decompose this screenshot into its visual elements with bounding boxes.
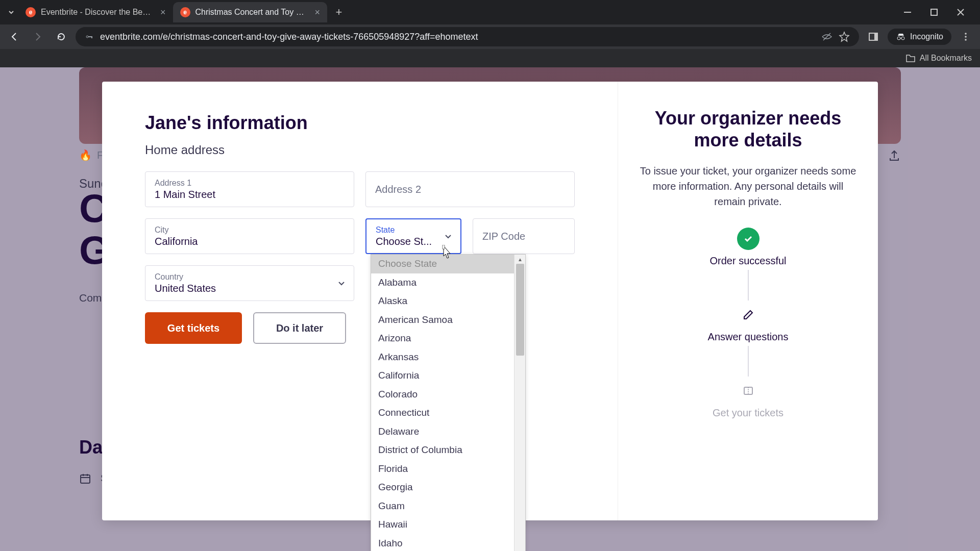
incognito-icon [896,32,906,42]
site-info-icon[interactable] [85,32,94,41]
check-icon [737,228,760,250]
close-window-icon[interactable] [953,5,968,19]
calendar-icon [79,472,91,485]
get-tickets-button[interactable]: Get tickets [145,312,242,344]
side-panel-icon[interactable] [864,28,883,46]
step-3-label: Get your tickets [713,407,783,419]
scrollbar[interactable]: ▲ ▼ [514,255,525,551]
state-option[interactable]: Alabama [371,273,514,292]
tab-1-title: Eventbrite - Discover the Best L [41,8,153,17]
svg-rect-0 [904,12,911,13]
state-option[interactable]: Arizona [371,329,514,348]
svg-point-8 [901,37,904,40]
state-option[interactable]: Hawaii [371,515,514,534]
close-icon[interactable]: × [315,7,321,18]
state-option[interactable]: Choose State [371,255,514,273]
pencil-icon [737,304,760,326]
state-option[interactable]: California [371,366,514,385]
form-section-label: Home address [145,143,585,157]
tab-2[interactable]: e Christmas Concert and Toy Give × [173,2,328,22]
address2-placeholder: Address 2 [375,184,565,195]
state-option[interactable]: Guam [371,497,514,516]
eye-off-icon[interactable] [821,31,832,42]
summary-desc: To issue your ticket, your organizer nee… [639,163,857,209]
address1-field[interactable]: Address 1 1 Main Street [145,171,354,207]
state-option[interactable]: Delaware [371,422,514,441]
address1-value: 1 Main Street [155,189,345,201]
step-1-label: Order successful [709,255,786,267]
all-bookmarks-label: All Bookmarks [920,54,972,63]
state-option[interactable]: Connecticut [371,404,514,422]
incognito-chip[interactable]: Incognito [888,29,951,45]
tab-search-icon[interactable] [4,5,18,19]
form-title: Jane's information [145,112,585,134]
share-icon[interactable] [888,149,901,162]
svg-rect-1 [931,9,937,15]
step-connector [748,270,749,300]
summary-title: Your organizer needs more details [639,107,857,151]
new-tab-button[interactable]: + [330,4,348,21]
fire-icon: 🔥 [79,149,92,161]
state-option[interactable]: American Samoa [371,311,514,330]
forward-button[interactable] [29,28,47,46]
summary-panel: Your organizer needs more details To iss… [618,82,878,520]
progress-steps: Order successful Answer questions Get yo… [708,228,789,419]
incognito-label: Incognito [910,32,943,41]
city-field[interactable]: City California [145,218,354,254]
state-dropdown: Choose State Alabama Alaska American Sam… [371,254,526,551]
chevron-down-icon [337,279,346,287]
address2-field[interactable]: Address 2 [365,171,575,207]
url-text: eventbrite.com/e/christmas-concert-and-t… [100,32,815,42]
folder-icon [905,54,916,63]
ticket-icon [737,380,760,402]
svg-point-7 [897,37,900,40]
state-label: State [376,226,451,235]
state-option[interactable]: Alaska [371,292,514,311]
state-option[interactable]: District of Columbia [371,441,514,460]
address1-label: Address 1 [155,179,345,188]
address-bar: eventbrite.com/e/christmas-concert-and-t… [0,24,980,49]
city-label: City [155,226,345,235]
svg-point-11 [965,39,967,41]
chevron-down-icon [444,232,452,240]
reload-button[interactable] [52,28,70,46]
svg-point-2 [86,36,88,38]
form-panel: Jane's information Home address Address … [102,82,618,520]
eventbrite-favicon-icon: e [180,7,190,17]
checkout-modal: Jane's information Home address Address … [102,82,878,520]
country-label: Country [155,272,345,282]
maximize-icon[interactable] [927,5,941,19]
state-option[interactable]: Georgia [371,478,514,497]
svg-rect-14 [744,387,752,394]
zip-field[interactable]: ZIP Code [473,218,575,254]
state-option[interactable]: Colorado [371,385,514,404]
eventbrite-favicon-icon: e [26,7,36,17]
window-controls [900,5,976,19]
state-value: Choose St... [376,236,451,247]
close-icon[interactable]: × [160,7,166,18]
step-connector [748,346,749,377]
menu-icon[interactable] [957,28,975,46]
city-value: California [155,236,345,247]
state-option[interactable]: Arkansas [371,348,514,367]
tab-1[interactable]: e Eventbrite - Discover the Best L × [18,2,173,22]
scroll-up-icon[interactable]: ▲ [514,255,526,264]
scroll-thumb[interactable] [516,264,524,356]
all-bookmarks-button[interactable]: All Bookmarks [905,54,972,63]
country-select[interactable]: Country United States [145,265,354,301]
do-it-later-button[interactable]: Do it later [253,312,346,344]
svg-point-10 [965,36,967,38]
state-option[interactable]: Idaho [371,534,514,552]
state-select[interactable]: State Choose St... [365,218,461,254]
minimize-icon[interactable] [900,5,915,19]
tab-bar: e Eventbrite - Discover the Best L × e C… [0,0,980,24]
state-option[interactable]: Florida [371,460,514,479]
state-option-list: Choose State Alabama Alaska American Sam… [371,255,514,551]
browser-chrome: e Eventbrite - Discover the Best L × e C… [0,0,980,67]
tab-2-title: Christmas Concert and Toy Give [195,8,308,17]
bookmark-bar: All Bookmarks [0,49,980,67]
url-box[interactable]: eventbrite.com/e/christmas-concert-and-t… [76,27,859,46]
back-button[interactable] [5,28,23,46]
svg-rect-4 [91,36,92,38]
star-icon[interactable] [839,31,850,42]
